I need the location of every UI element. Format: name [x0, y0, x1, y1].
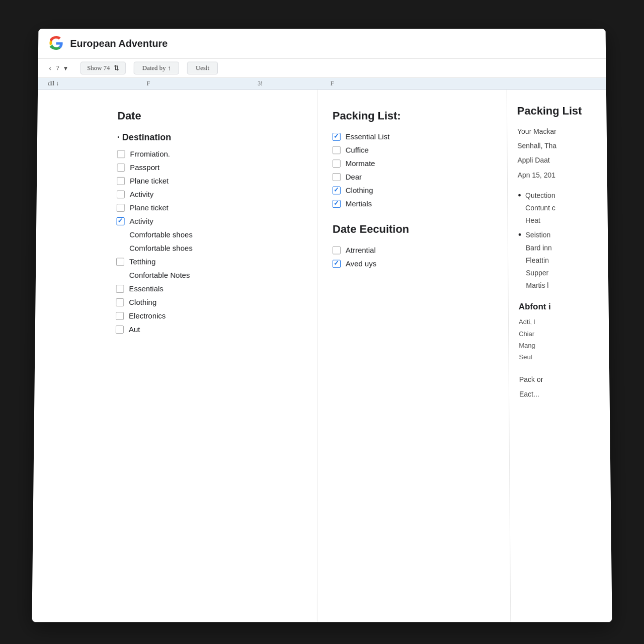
- checkbox-mormate[interactable]: [333, 159, 341, 168]
- sort-icon: ↑: [168, 64, 171, 71]
- list-item: Plane ticket: [117, 203, 297, 212]
- bullet-content: Seistion Bard inn Fleattin Supper Martis…: [526, 229, 552, 292]
- view-section[interactable]: Ueslt: [187, 62, 218, 74]
- checkbox-atrrential[interactable]: [333, 246, 341, 254]
- abfont-item-1: Adti, l: [519, 316, 599, 328]
- bullet-text: Qutection: [525, 189, 555, 202]
- date-execution-title: Date Eecuition: [333, 223, 493, 236]
- date-title: Date: [117, 110, 297, 123]
- abfont-item-3: Mang: [519, 340, 599, 351]
- toolbar-nav[interactable]: ‹ ? ▾: [46, 63, 70, 73]
- list-item: Aved uys: [333, 259, 493, 268]
- list-item: Essentials: [116, 284, 297, 293]
- list-item: Activity: [117, 217, 297, 225]
- right-line-3: Appli Daat: [517, 154, 597, 167]
- abfont-item-2: Chiar: [519, 328, 599, 340]
- checkbox-aved-uys[interactable]: [333, 260, 341, 268]
- packing-list-title: Packing List:: [333, 110, 492, 123]
- checkbox-frromiation[interactable]: [117, 150, 125, 158]
- list-item: Passport: [117, 163, 297, 172]
- list-item: Tetthing: [116, 257, 297, 266]
- middle-panel: Packing List: Essential List Cuffice Mor…: [317, 90, 510, 622]
- main-content: Date · Destination Frromiation. Passport…: [32, 90, 612, 622]
- item-label: Mertials: [346, 199, 372, 208]
- sort-label: Dated by: [142, 64, 166, 71]
- item-label: Clothing: [346, 186, 373, 195]
- toolbar: ‹ ? ▾ Show 74 ⇅ Dated by ↑ Ueslt: [38, 59, 606, 78]
- checkbox-clothing[interactable]: [116, 298, 124, 306]
- item-label: Clothing: [129, 298, 156, 306]
- footer-line-1: Pack or: [519, 373, 600, 386]
- checkbox-plane-ticket-1[interactable]: [117, 177, 125, 185]
- list-item: Cuffice: [333, 146, 492, 154]
- list-item: Electronics: [116, 311, 297, 320]
- item-label: Activity: [129, 217, 153, 225]
- nav-num: ?: [56, 64, 59, 72]
- list-item: Plane ticket: [117, 177, 297, 185]
- list-item: Clothing: [116, 298, 297, 306]
- item-label: Essential List: [346, 132, 390, 141]
- view-label: Ueslt: [196, 64, 209, 71]
- filter-label: Show 74: [87, 64, 110, 72]
- checkbox-activity-2[interactable]: [117, 217, 125, 225]
- checkbox-cuffice[interactable]: [333, 146, 341, 154]
- filter-pill[interactable]: Show 74 ⇅: [80, 62, 126, 74]
- left-panel: Date · Destination Frromiation. Passport…: [32, 90, 317, 622]
- bullet-text: Martis l: [526, 279, 552, 292]
- item-label: Aut: [129, 325, 140, 334]
- checkbox-plane-ticket-2[interactable]: [117, 204, 125, 212]
- checkbox-mertials[interactable]: [333, 200, 341, 208]
- checkbox-dear[interactable]: [333, 173, 341, 181]
- list-item: Essential List: [333, 132, 492, 141]
- checkbox-activity-1[interactable]: [117, 190, 125, 198]
- checkbox-clothing-mid[interactable]: [333, 186, 341, 194]
- checkbox-aut[interactable]: [116, 325, 124, 333]
- right-panel-title: Packing List: [517, 105, 597, 118]
- bullet-text: Bard inn: [526, 242, 552, 254]
- filter-icon: ⇅: [114, 64, 119, 72]
- plain-item-shoes-1: Comfortable shoes: [116, 230, 297, 239]
- right-panel: Packing List Your Mackar Senhall, Tha Ap…: [507, 90, 612, 622]
- plain-item-confortable-notes: Confortable Notes: [116, 271, 297, 279]
- list-item: Mertials: [333, 199, 493, 208]
- item-label: Aved uys: [346, 259, 376, 268]
- bullet-dot-icon: •: [518, 229, 522, 292]
- header: European Adventure: [38, 29, 606, 59]
- checkbox-essential-list[interactable]: [333, 133, 341, 141]
- sort-section[interactable]: Dated by ↑: [134, 62, 179, 74]
- sub-col4: F: [331, 80, 334, 88]
- list-item: Clothing: [333, 186, 492, 195]
- right-line-2: Senhall, Tha: [517, 140, 597, 152]
- checkbox-passport[interactable]: [117, 164, 125, 172]
- sub-col2: F: [147, 80, 150, 88]
- checkbox-electronics[interactable]: [116, 312, 124, 320]
- list-item: Atrrential: [333, 246, 493, 255]
- item-label: Essentials: [129, 284, 163, 293]
- bullet-text: Contunt c: [525, 202, 555, 214]
- list-item: Activity: [117, 190, 297, 199]
- item-label: Tetthing: [129, 257, 156, 266]
- abfont-title: Abfont i: [519, 302, 599, 312]
- nav-back-button[interactable]: ‹: [46, 63, 54, 73]
- bullet-text: Seistion: [526, 229, 552, 242]
- nav-dropdown-button[interactable]: ▾: [61, 63, 70, 73]
- checkbox-essentials[interactable]: [116, 285, 124, 293]
- bullet-item: • Seistion Bard inn Fleattin Supper Mart…: [518, 229, 599, 292]
- sub-toolbar: dIl ↓ F 3! F: [38, 78, 606, 90]
- item-label: Plane ticket: [130, 177, 169, 185]
- item-label: Activity: [130, 190, 153, 199]
- list-item: Dear: [333, 173, 492, 181]
- bullet-section-1: • Qutection Contunt c Heat • Seistion Ba…: [518, 189, 598, 292]
- sub-col1: dIl ↓: [48, 80, 59, 88]
- bullet-text: Fleattin: [526, 254, 552, 267]
- plain-item-shoes-2: Comfortable shoes: [116, 244, 297, 253]
- bullet-dot-icon: •: [518, 189, 522, 227]
- bullet-content: Qutection Contunt c Heat: [525, 189, 555, 227]
- item-label: Mormate: [346, 159, 375, 168]
- bullet-text: Supper: [526, 267, 552, 279]
- list-item: Aut: [116, 325, 297, 334]
- bullet-text: Heat: [525, 214, 555, 227]
- item-label: Cuffice: [346, 146, 369, 154]
- checkbox-tetthing[interactable]: [116, 258, 124, 266]
- list-item: Mormate: [333, 159, 492, 168]
